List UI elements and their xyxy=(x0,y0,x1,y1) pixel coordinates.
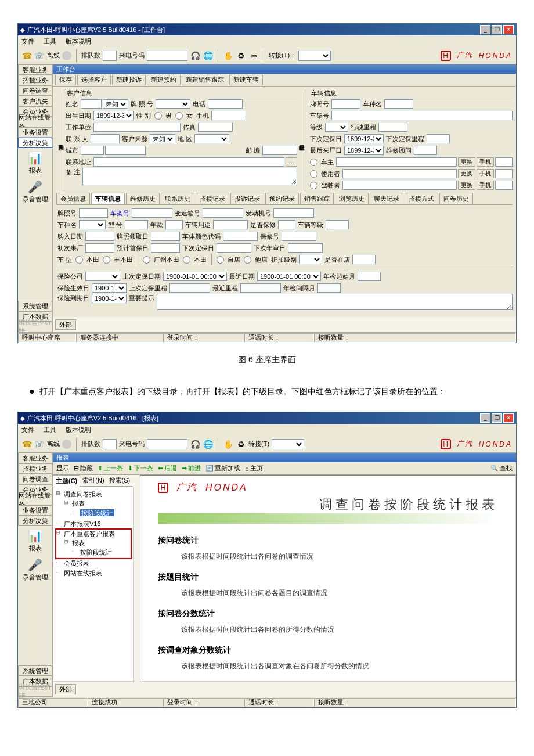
advisor-field[interactable] xyxy=(414,146,437,155)
sidebar-item-survey[interactable]: 问卷调查 xyxy=(18,474,52,484)
nextmile-field[interactable] xyxy=(427,134,450,143)
owner-name-field[interactable] xyxy=(336,157,457,167)
ct-r5[interactable] xyxy=(217,256,224,264)
sidebar-record-button[interactable]: 🎤 录音管理 xyxy=(18,177,52,206)
sidebar-item-sysmgmt[interactable]: 系统管理 xyxy=(18,301,52,311)
source-combo[interactable]: 未知 xyxy=(150,134,175,143)
birth-combo[interactable]: 1899-12-31 xyxy=(93,111,134,120)
memo-field[interactable] xyxy=(82,168,297,185)
queue-count-field[interactable] xyxy=(103,51,117,61)
owner-mobile-button[interactable]: 手机 xyxy=(477,157,494,167)
incoming-number-field[interactable] xyxy=(147,439,187,449)
back-arrow-icon[interactable]: ⇦ xyxy=(248,51,259,61)
tree-survey-reports[interactable]: 报表 按阶段统计 xyxy=(64,499,131,519)
user-mobile-field[interactable] xyxy=(495,169,513,178)
d-modelname-combo[interactable] xyxy=(79,220,106,229)
sidebar-item-invite[interactable]: 招揽业务 xyxy=(18,463,52,474)
hand-icon[interactable]: ✋ xyxy=(223,439,233,449)
tree-tab-topic[interactable]: 主题(C) xyxy=(53,475,80,487)
d-nextycd-field[interactable] xyxy=(288,243,323,253)
change-driver-button[interactable]: 更换 xyxy=(458,181,475,190)
d-maintno-field[interactable] xyxy=(282,232,316,241)
d-firstvisit-field[interactable] xyxy=(85,243,114,253)
sidebar-item-service[interactable]: 客服业务 xyxy=(18,453,52,463)
d-mgrade-field[interactable] xyxy=(326,220,349,229)
sidebar-item-service[interactable]: 客服业务 xyxy=(18,64,52,75)
sidebar-item-analysis[interactable]: 分析决策 xyxy=(18,516,52,526)
save-button[interactable]: 保存 xyxy=(55,75,76,85)
tree-key-customer[interactable]: 广本重点客户报表 报表 按阶段统计 xyxy=(56,529,131,559)
lastdate-combo[interactable]: 1899-12-31 xyxy=(344,146,384,155)
rt-prev[interactable]: ⬆上一条 xyxy=(98,464,123,473)
incoming-number-field[interactable] xyxy=(147,51,187,61)
d-lmm-field[interactable] xyxy=(169,283,210,293)
d-recentmile-field[interactable] xyxy=(240,283,281,293)
restore-button[interactable]: ❐ xyxy=(492,25,502,34)
ct-r6[interactable] xyxy=(244,256,251,264)
d-insco-combo[interactable] xyxy=(85,272,120,281)
name-combo[interactable]: 未知 xyxy=(103,99,128,109)
right-rail-remind[interactable]: 提醒信息 xyxy=(297,89,305,191)
tree-tab-index[interactable]: 索引(N) xyxy=(80,475,106,487)
dial-icon[interactable]: ☎ xyxy=(21,439,32,449)
tab-invite-method[interactable]: 招揽方式 xyxy=(405,193,438,204)
owner-mobile-field[interactable] xyxy=(495,157,513,167)
driver-mobile-button[interactable]: 手机 xyxy=(477,181,494,190)
d-year-field[interactable] xyxy=(165,220,183,229)
close-button[interactable]: ✕ xyxy=(503,413,514,423)
driver-name-field[interactable] xyxy=(342,181,457,190)
ct-r3[interactable] xyxy=(143,256,150,264)
sidebar-item-web[interactable]: 网站在线服务 xyxy=(18,117,52,127)
d-lmd-combo[interactable]: 1900-01-01 00:00:0 xyxy=(163,272,227,281)
sidebar-item-settings[interactable]: 业务设置 xyxy=(18,127,52,138)
tab-chat-rec[interactable]: 聊天记录 xyxy=(370,193,403,204)
zip-field[interactable] xyxy=(262,146,297,155)
contact-field[interactable] xyxy=(91,134,120,143)
globe-icon[interactable]: 🌐 xyxy=(203,51,213,61)
d-ismaint-field[interactable] xyxy=(278,220,295,229)
ct-r4[interactable] xyxy=(183,256,190,264)
menu-tools[interactable]: 工具 xyxy=(44,426,56,434)
rt-reload[interactable]: 🔄重新加载 xyxy=(205,464,240,473)
title-bar[interactable]: ◆ 广汽本田-呼叫中心座席V2.5 Build0416 - [工作台] _ ❐ … xyxy=(18,24,516,35)
user-mobile-button[interactable]: 手机 xyxy=(477,169,494,178)
ct-r1[interactable] xyxy=(75,256,83,264)
sidebar-item-invite[interactable]: 招揽业务 xyxy=(18,75,52,85)
d-estmaint-field[interactable] xyxy=(151,243,180,253)
d-nextmaint-field[interactable] xyxy=(217,243,251,253)
driver-radio[interactable] xyxy=(310,182,317,189)
menu-file[interactable]: 文件 xyxy=(21,426,34,434)
tab-appt-rec[interactable]: 预约记录 xyxy=(265,193,299,204)
tree-member-report[interactable]: 会员报表 xyxy=(56,559,131,568)
vplate-field[interactable] xyxy=(331,99,360,109)
title-bar[interactable]: ◆ 广汽本田-呼叫中心座席V2.5 Build0416 - [报表] _ ❐ ✕ xyxy=(18,412,516,424)
close-button[interactable]: ✕ xyxy=(503,25,514,34)
d-regdate-field[interactable] xyxy=(151,232,180,241)
select-customer-button[interactable]: 选择客户 xyxy=(77,75,111,85)
d-insexp-combo[interactable]: 1900-1-1 xyxy=(92,294,127,303)
ct-r2[interactable] xyxy=(103,256,110,264)
tree-survey-report[interactable]: 调查问卷报表 报表 按阶段统计 xyxy=(56,489,131,519)
sidebar-item-monitor[interactable]: 班长监控功能 xyxy=(18,322,52,332)
d-ycstart-field[interactable] xyxy=(358,272,381,281)
headset-icon[interactable]: 🎧 xyxy=(190,51,200,61)
sex-male-radio[interactable] xyxy=(154,112,162,120)
rt-back[interactable]: ⬅后退 xyxy=(158,464,177,473)
phone-field[interactable] xyxy=(208,99,243,109)
rt-find[interactable]: 🔍查找 xyxy=(490,464,513,473)
new-appt-button[interactable]: 新建预约 xyxy=(147,75,181,85)
tab-vehicle-info[interactable]: 车辆信息 xyxy=(91,193,125,204)
rt-hide[interactable]: ⊟隐藏 xyxy=(74,464,93,473)
d-usage-field[interactable] xyxy=(213,220,248,229)
sidebar-item-analysis[interactable]: 分析决策 xyxy=(18,138,52,148)
tab-survey-hist[interactable]: 问卷历史 xyxy=(439,193,473,204)
external-button[interactable]: 外部 xyxy=(55,319,76,330)
tree-by-stage-2[interactable]: 按阶段统计 xyxy=(72,548,131,557)
d-inseff-combo[interactable]: 1900-1-1 xyxy=(92,283,127,293)
rt-home[interactable]: ⌂主页 xyxy=(245,464,263,473)
sidebar-item-settings[interactable]: 业务设置 xyxy=(18,505,52,516)
tree-by-stage-1[interactable]: 按阶段统计 xyxy=(72,508,131,518)
dial-icon[interactable]: ☎ xyxy=(21,51,32,61)
vin-field[interactable] xyxy=(331,111,513,120)
state-icon[interactable] xyxy=(62,440,71,449)
